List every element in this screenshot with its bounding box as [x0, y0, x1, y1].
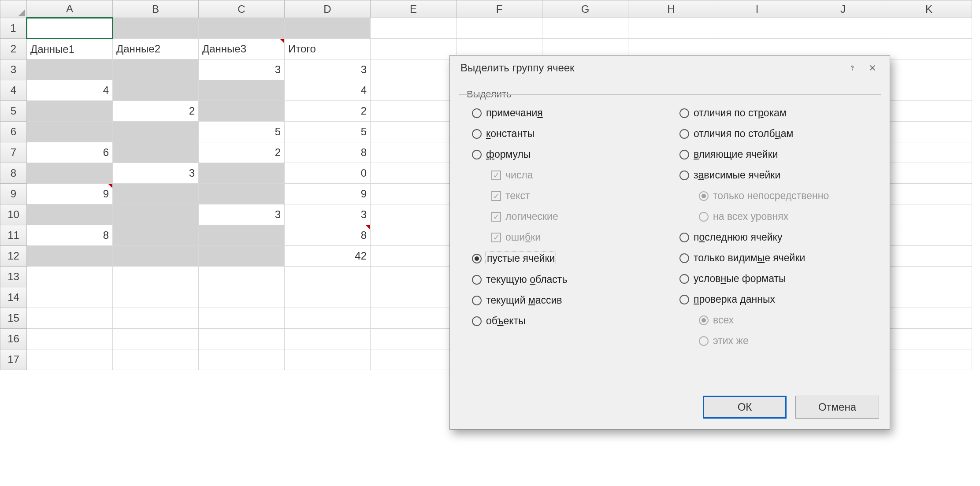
cell-K1[interactable]: [886, 18, 972, 39]
cell-D13[interactable]: [285, 267, 371, 287]
cell-D12[interactable]: 42: [285, 246, 371, 267]
cell-A9[interactable]: 9: [27, 184, 113, 204]
column-header-K[interactable]: K: [886, 0, 972, 18]
row-header-4[interactable]: 4: [0, 80, 27, 101]
column-header-B[interactable]: B: [113, 0, 199, 18]
cell-A4[interactable]: 4: [27, 80, 113, 101]
cell-A15[interactable]: [27, 308, 113, 329]
select-all-corner[interactable]: [0, 0, 27, 18]
row-header-14[interactable]: 14: [0, 287, 27, 308]
column-header-H[interactable]: H: [628, 0, 714, 18]
cell-K10[interactable]: [886, 204, 972, 225]
column-header-C[interactable]: C: [199, 0, 285, 18]
row-header-13[interactable]: 13: [0, 267, 27, 287]
row-header-16[interactable]: 16: [0, 329, 27, 349]
cell-K9[interactable]: [886, 184, 972, 204]
cell-E10[interactable]: [371, 204, 457, 225]
column-header-I[interactable]: I: [714, 0, 800, 18]
option-region[interactable]: текущую область: [472, 272, 669, 287]
cell-K8[interactable]: [886, 163, 972, 184]
row-header-3[interactable]: 3: [0, 59, 27, 80]
option-coldiffs[interactable]: отличия по столбцам: [679, 126, 876, 141]
cell-D15[interactable]: [285, 308, 371, 329]
cell-C14[interactable]: [199, 287, 285, 308]
cell-B17[interactable]: [113, 349, 199, 370]
ok-button[interactable]: ОК: [703, 396, 787, 419]
cell-B6[interactable]: [113, 122, 199, 142]
option-datavalid[interactable]: проверка данных: [679, 292, 876, 307]
row-header-9[interactable]: 9: [0, 184, 27, 204]
cell-B5[interactable]: 2: [113, 101, 199, 122]
row-header-10[interactable]: 10: [0, 204, 27, 225]
option-rowdiffs[interactable]: отличия по строкам: [679, 105, 876, 121]
cell-C8[interactable]: [199, 163, 285, 184]
cell-E5[interactable]: [371, 101, 457, 122]
cell-D8[interactable]: 0: [285, 163, 371, 184]
cell-K12[interactable]: [886, 246, 972, 267]
cell-A11[interactable]: 8: [27, 225, 113, 246]
cell-K17[interactable]: [886, 349, 972, 370]
cell-K5[interactable]: [886, 101, 972, 122]
cell-H1[interactable]: [628, 18, 714, 39]
cell-E16[interactable]: [371, 329, 457, 349]
cell-E13[interactable]: [371, 267, 457, 287]
column-header-F[interactable]: F: [457, 0, 542, 18]
row-header-5[interactable]: 5: [0, 101, 27, 122]
cell-K14[interactable]: [886, 287, 972, 308]
cell-C9[interactable]: [199, 184, 285, 204]
option-blanks[interactable]: пустые ячейки: [472, 250, 669, 267]
cell-A13[interactable]: [27, 267, 113, 287]
cell-D10[interactable]: 3: [285, 204, 371, 225]
cell-C5[interactable]: [199, 101, 285, 122]
cell-E7[interactable]: [371, 142, 457, 163]
cell-C2[interactable]: Данные3: [199, 39, 285, 59]
cell-E1[interactable]: [371, 18, 457, 39]
cell-D6[interactable]: 5: [285, 122, 371, 142]
cell-E12[interactable]: [371, 246, 457, 267]
cell-I1[interactable]: [714, 18, 800, 39]
option-formulas[interactable]: формулы: [472, 147, 669, 162]
cell-D16[interactable]: [285, 329, 371, 349]
cell-C17[interactable]: [199, 349, 285, 370]
cell-E15[interactable]: [371, 308, 457, 329]
cell-K6[interactable]: [886, 122, 972, 142]
cell-A3[interactable]: [27, 59, 113, 80]
help-button[interactable]: [842, 59, 862, 77]
cell-B10[interactable]: [113, 204, 199, 225]
cell-B12[interactable]: [113, 246, 199, 267]
cell-A17[interactable]: [27, 349, 113, 370]
row-header-15[interactable]: 15: [0, 308, 27, 329]
cell-B3[interactable]: [113, 59, 199, 80]
row-header-11[interactable]: 11: [0, 225, 27, 246]
cell-E14[interactable]: [371, 287, 457, 308]
cell-C6[interactable]: 5: [199, 122, 285, 142]
cell-K4[interactable]: [886, 80, 972, 101]
option-array[interactable]: текущий массив: [472, 293, 669, 308]
cell-C15[interactable]: [199, 308, 285, 329]
cell-A12[interactable]: [27, 246, 113, 267]
cell-E3[interactable]: [371, 59, 457, 80]
cell-A5[interactable]: [27, 101, 113, 122]
row-header-12[interactable]: 12: [0, 246, 27, 267]
row-header-7[interactable]: 7: [0, 142, 27, 163]
cell-D1[interactable]: [285, 18, 371, 39]
cell-C7[interactable]: 2: [199, 142, 285, 163]
column-header-E[interactable]: E: [371, 0, 457, 18]
cell-A16[interactable]: [27, 329, 113, 349]
cell-K3[interactable]: [886, 59, 972, 80]
cell-E2[interactable]: [371, 39, 457, 59]
cell-D11[interactable]: 8: [285, 225, 371, 246]
cell-D9[interactable]: 9: [285, 184, 371, 204]
cell-E6[interactable]: [371, 122, 457, 142]
option-lastcell[interactable]: последнюю ячейку: [679, 230, 876, 245]
cell-D2[interactable]: Итого: [285, 39, 371, 59]
cell-B1[interactable]: [113, 18, 199, 39]
cell-A6[interactable]: [27, 122, 113, 142]
cell-G1[interactable]: [542, 18, 628, 39]
option-comments[interactable]: примечания: [472, 105, 669, 121]
cell-C3[interactable]: 3: [199, 59, 285, 80]
cell-C12[interactable]: [199, 246, 285, 267]
option-constants[interactable]: константы: [472, 126, 669, 141]
cell-J1[interactable]: [800, 18, 886, 39]
row-header-6[interactable]: 6: [0, 122, 27, 142]
